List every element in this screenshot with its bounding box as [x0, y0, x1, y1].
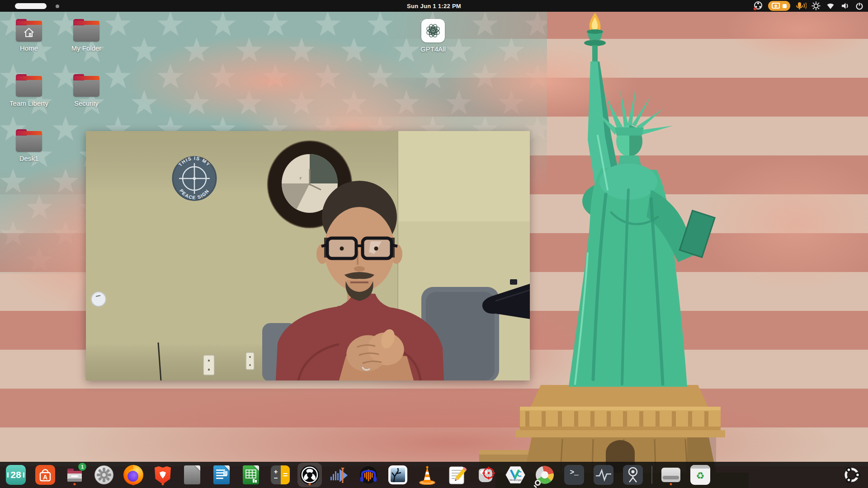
dock: 28 A 1 — [0, 462, 868, 488]
webcam-preview-window[interactable]: THIS IS MY PEACE SIGN ✝ — [86, 131, 530, 380]
app-center-icon: A — [35, 465, 55, 485]
dock-separator — [651, 466, 652, 484]
shotwell-icon — [388, 465, 407, 484]
firefox-icon — [123, 465, 143, 485]
simplescreenrecorder-icon — [476, 465, 496, 485]
dock-libreoffice-writer[interactable] — [211, 464, 232, 486]
desktop-icon-label: My Folder — [61, 44, 112, 52]
dock-trash[interactable]: ♻ — [689, 464, 711, 486]
dock-external-drive[interactable] — [660, 464, 682, 486]
ubuntu-logo-icon — [842, 465, 862, 485]
home-glyph-icon — [23, 27, 35, 38]
running-indicator — [74, 483, 76, 485]
panel-clock[interactable]: Sun Jun 1 1:22 PM — [0, 3, 868, 9]
libreoffice-writer-icon — [213, 465, 230, 484]
dock-shotwell[interactable] — [387, 464, 409, 486]
settings-gear-icon — [94, 465, 113, 484]
calculator-icon: +− = — [271, 465, 290, 484]
top-panel: Sun Jun 1 1:22 PM — [0, 0, 868, 12]
stop-square-icon — [783, 4, 787, 8]
dock-settings[interactable] — [93, 464, 115, 486]
screen-record-indicator-pill[interactable] — [768, 1, 790, 11]
brave-icon — [154, 465, 172, 485]
magnifier-icon — [535, 480, 541, 486]
folder-icon — [16, 133, 42, 152]
obs-studio-icon — [300, 465, 319, 484]
volume-icon[interactable] — [840, 1, 850, 11]
gpt4all-mandala-icon — [421, 19, 445, 42]
dock-simplescreenrecorder[interactable] — [475, 464, 497, 486]
desktop-icon-home[interactable]: Home — [4, 17, 54, 52]
brightness-icon[interactable] — [811, 1, 821, 11]
webcam-video-frame: THIS IS MY PEACE SIGN ✝ — [86, 131, 530, 380]
desktop-icon-my-folder[interactable]: My Folder — [61, 17, 112, 52]
dock-obs-studio[interactable] — [299, 464, 321, 486]
folder-icon — [73, 78, 99, 97]
dock-libreoffice[interactable] — [181, 464, 203, 486]
power-outlet — [246, 352, 254, 370]
drive-icon — [661, 468, 680, 482]
peace-sign-plaque: THIS IS MY PEACE SIGN — [173, 155, 216, 200]
dock-brave[interactable] — [152, 464, 174, 486]
power-outlet — [203, 355, 214, 375]
veracrypt-label: VeraCrypt — [509, 479, 522, 481]
dock-terminal[interactable]: >_ — [563, 464, 585, 486]
dock-app-center[interactable]: A — [34, 464, 56, 486]
libreoffice-icon — [184, 465, 200, 484]
running-indicator — [162, 483, 164, 485]
desktop-icon-label: Desk1 — [4, 155, 54, 162]
audacity-icon — [359, 465, 378, 485]
dock-firefox[interactable] — [123, 464, 144, 486]
dock-veracrypt[interactable]: VeraCrypt — [505, 464, 526, 486]
dock-files[interactable]: 1 — [64, 464, 85, 486]
running-indicator — [309, 483, 311, 485]
power-icon[interactable] — [854, 1, 864, 11]
dock-vlc[interactable] — [416, 464, 438, 486]
dock-calculator[interactable]: +− = — [269, 464, 291, 486]
files-badge-count: 1 — [78, 463, 86, 471]
desktop-icon-label: Security — [61, 99, 112, 107]
running-indicator — [670, 483, 672, 485]
folder-icon — [16, 23, 42, 42]
vlc-icon — [417, 465, 437, 485]
desktop-icon-gpt4all[interactable]: GPT4All — [408, 19, 458, 53]
veracrypt-icon: VeraCrypt — [505, 466, 525, 484]
dock-show-apps[interactable] — [841, 464, 863, 486]
recycle-glyph: ♻ — [690, 469, 710, 483]
thermostat — [91, 292, 106, 306]
media-player-icon — [329, 465, 349, 485]
system-monitor-icon — [594, 465, 613, 485]
svg-text:A: A — [43, 474, 47, 481]
desktop-screen: Sun Jun 1 1:22 PM — [0, 0, 868, 488]
desktop-icon-label: Home — [4, 44, 54, 52]
folder-icon — [16, 78, 42, 97]
desktop-icon-desk1[interactable]: Desk1 — [4, 127, 54, 162]
desktop-icon-team-liberty[interactable]: Team Liberty — [4, 72, 54, 107]
text-editor-icon — [447, 465, 467, 485]
dock-calendar[interactable]: 28 — [5, 464, 27, 486]
desktop-icon-security[interactable]: Security — [61, 72, 112, 107]
obs-recording-icon[interactable] — [753, 1, 764, 11]
libreoffice-calc-icon — [243, 465, 259, 484]
folder-icon — [73, 23, 99, 42]
trash-icon: ♻ — [690, 465, 710, 485]
dock-media-player[interactable] — [328, 464, 350, 486]
desktop-icon-label: GPT4All — [408, 45, 458, 53]
svg-text:✝: ✝ — [298, 176, 302, 181]
desktop-icon-label: Team Liberty — [4, 99, 54, 107]
calendar-icon: 28 — [6, 465, 26, 485]
dock-system-monitor[interactable] — [593, 464, 614, 486]
microphone-icon[interactable] — [795, 1, 807, 11]
running-indicator — [132, 483, 135, 485]
system-tray[interactable] — [753, 0, 864, 12]
dock-libreoffice-calc[interactable] — [240, 464, 262, 486]
dock-disk-usage-analyzer[interactable] — [534, 464, 556, 486]
dock-camera[interactable] — [622, 464, 644, 486]
wifi-icon[interactable] — [826, 1, 835, 11]
dock-text-editor[interactable] — [446, 464, 467, 486]
screen-share-icon — [772, 2, 780, 9]
dock-audacity[interactable] — [358, 464, 379, 486]
webcam-tripod-icon — [623, 465, 643, 485]
terminal-icon: >_ — [564, 465, 584, 485]
